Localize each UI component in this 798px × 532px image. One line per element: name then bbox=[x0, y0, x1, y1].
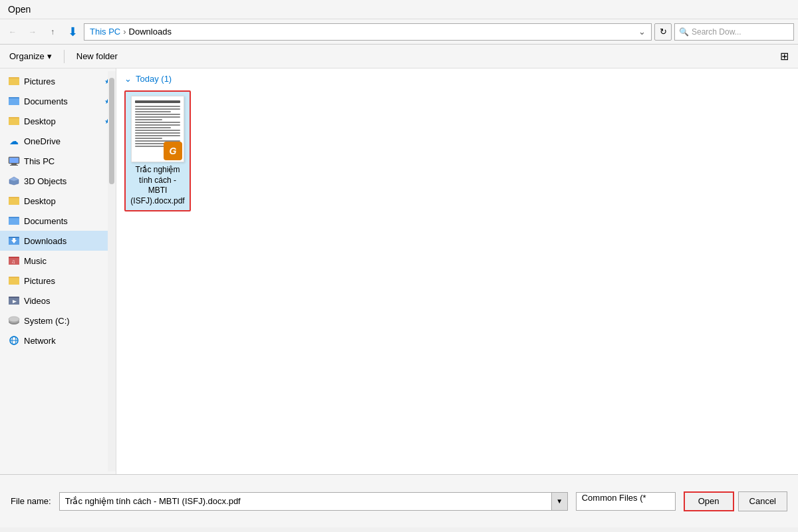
main-layout: Pictures ★ Documents ★ Desktop bbox=[0, 68, 798, 474]
file-name-1: Trắc nghiệm tính cách - MBTI (ISFJ).docx… bbox=[130, 165, 186, 206]
sidebar-items-list: Pictures ★ Documents ★ Desktop bbox=[0, 71, 116, 471]
dialog-title: Open bbox=[8, 4, 31, 15]
open-label: Open bbox=[698, 496, 720, 506]
sidebar-item-downloads[interactable]: Downloads bbox=[0, 231, 116, 251]
sidebar-item-onedrive[interactable]: ☁ OneDrive bbox=[0, 131, 116, 151]
section-header-today[interactable]: ⌄ Today (1) bbox=[124, 74, 790, 84]
svg-rect-1 bbox=[9, 78, 19, 85]
documents2-icon bbox=[8, 215, 20, 227]
sidebar-item-system-c[interactable]: System (C:) bbox=[0, 311, 116, 331]
file-name-dropdown-button[interactable]: ▼ bbox=[552, 492, 568, 511]
sidebar-item-desktop2[interactable]: Desktop bbox=[0, 191, 116, 211]
file-grid: G Trắc nghiệm tính cách - MBTI (ISFJ).do… bbox=[124, 90, 790, 211]
sidebar-item-videos[interactable]: Videos bbox=[0, 291, 116, 311]
new-folder-label: New folder bbox=[76, 51, 118, 61]
sidebar-label-3d-objects: 3D Objects bbox=[24, 176, 66, 186]
documents-pin-icon bbox=[8, 95, 20, 107]
sidebar-label-desktop2: Desktop bbox=[24, 196, 56, 206]
doc-line bbox=[135, 122, 180, 123]
sidebar: Pictures ★ Documents ★ Desktop bbox=[0, 68, 116, 474]
music-icon: ♫ bbox=[8, 255, 20, 267]
open-button[interactable]: Open bbox=[684, 491, 734, 511]
svg-rect-35 bbox=[9, 297, 13, 298]
sidebar-label-network: Network bbox=[24, 336, 56, 346]
location-icon-button[interactable]: ⬇ bbox=[64, 23, 81, 41]
sidebar-item-pictures-pin[interactable]: Pictures ★ bbox=[0, 71, 116, 91]
svg-rect-10 bbox=[9, 158, 19, 163]
address-path-thispc[interactable]: This PC bbox=[90, 27, 120, 37]
search-icon: 🔍 bbox=[679, 27, 689, 37]
search-bar[interactable]: 🔍 Search Dow... bbox=[674, 23, 794, 41]
sidebar-label-documents2: Documents bbox=[24, 216, 68, 226]
svg-rect-31 bbox=[9, 278, 19, 285]
grid-view-icon: ⊞ bbox=[780, 50, 789, 63]
file-name-input-wrap: ▼ bbox=[59, 492, 568, 511]
filter-label: Common Files (* bbox=[582, 493, 646, 503]
nav-bar: ← → ↑ ⬇ This PC › Downloads ⌄ ↻ 🔍 Search… bbox=[0, 19, 798, 45]
network-icon bbox=[8, 334, 20, 346]
organize-button[interactable]: Organize ▾ bbox=[5, 50, 56, 63]
sidebar-item-pictures2[interactable]: Pictures bbox=[0, 271, 116, 291]
3d-objects-icon bbox=[8, 175, 20, 187]
refresh-button[interactable]: ↻ bbox=[654, 23, 672, 41]
svg-rect-8 bbox=[9, 117, 13, 118]
sidebar-scrollbar-thumb[interactable] bbox=[109, 78, 114, 184]
path-separator: › bbox=[123, 27, 126, 37]
sidebar-label-pictures2: Pictures bbox=[24, 276, 55, 286]
toolbar-separator bbox=[64, 50, 65, 63]
svg-text:♫: ♫ bbox=[11, 259, 15, 265]
organize-label: Organize bbox=[9, 51, 45, 61]
up-button[interactable]: ↑ bbox=[44, 23, 61, 41]
file-name-input[interactable] bbox=[59, 492, 552, 511]
file-type-filter[interactable]: Common Files (* bbox=[576, 492, 676, 511]
sidebar-item-documents-pin[interactable]: Documents ★ bbox=[0, 91, 116, 111]
sidebar-label-system-c: System (C:) bbox=[24, 316, 70, 326]
svg-rect-7 bbox=[9, 118, 19, 125]
svg-rect-16 bbox=[9, 198, 19, 205]
new-folder-button[interactable]: New folder bbox=[72, 50, 122, 63]
section-label: Today (1) bbox=[136, 74, 172, 84]
view-toggle-button[interactable]: ⊞ bbox=[775, 48, 793, 65]
desktop-pin-icon bbox=[8, 115, 20, 127]
sidebar-label-documents-pin: Documents bbox=[24, 96, 68, 106]
bottom-buttons: Open Cancel bbox=[684, 491, 787, 511]
file-item-1[interactable]: G Trắc nghiệm tính cách - MBTI (ISFJ).do… bbox=[124, 90, 191, 211]
svg-rect-28 bbox=[9, 257, 13, 258]
doc-line bbox=[135, 119, 162, 120]
section-collapse-icon: ⌄ bbox=[124, 74, 132, 84]
svg-rect-20 bbox=[9, 217, 13, 218]
doc-line bbox=[135, 132, 180, 134]
cancel-button[interactable]: Cancel bbox=[738, 491, 787, 511]
onedrive-icon: ☁ bbox=[8, 135, 20, 147]
sidebar-label-this-pc: This PC bbox=[24, 156, 55, 166]
file-thumbnail-1: G bbox=[131, 96, 184, 162]
sidebar-item-network[interactable]: Network bbox=[0, 331, 116, 350]
doc-line bbox=[135, 100, 180, 103]
doc-line bbox=[135, 111, 171, 112]
sidebar-label-pictures-pin: Pictures bbox=[24, 76, 55, 86]
sidebar-label-music: Music bbox=[24, 256, 47, 266]
back-button[interactable]: ← bbox=[4, 23, 21, 41]
svg-rect-23 bbox=[9, 237, 13, 238]
pictures-pin-icon bbox=[8, 75, 20, 87]
forward-button[interactable]: → bbox=[24, 23, 41, 41]
address-bar[interactable]: This PC › Downloads ⌄ bbox=[84, 23, 652, 41]
sidebar-item-music[interactable]: ♫ Music bbox=[0, 251, 116, 271]
file-name-label: File name: bbox=[11, 496, 51, 506]
doc-line bbox=[135, 138, 162, 139]
svg-rect-19 bbox=[9, 218, 19, 225]
svg-rect-4 bbox=[9, 98, 19, 105]
sidebar-item-documents2[interactable]: Documents bbox=[0, 211, 116, 231]
videos-icon bbox=[8, 295, 20, 307]
svg-rect-11 bbox=[11, 164, 17, 165]
svg-rect-17 bbox=[9, 197, 13, 198]
sidebar-item-3d-objects[interactable]: 3D Objects bbox=[0, 171, 116, 191]
doc-line bbox=[135, 124, 180, 126]
sidebar-item-desktop-pin[interactable]: Desktop ★ bbox=[0, 111, 116, 131]
sidebar-scrollbar-track[interactable] bbox=[108, 71, 116, 471]
sidebar-item-this-pc[interactable]: This PC bbox=[0, 151, 116, 171]
title-bar: Open bbox=[0, 0, 798, 19]
address-dropdown-icon[interactable]: ⌄ bbox=[638, 27, 646, 37]
doc-line bbox=[135, 108, 180, 110]
doc-line bbox=[135, 135, 180, 136]
